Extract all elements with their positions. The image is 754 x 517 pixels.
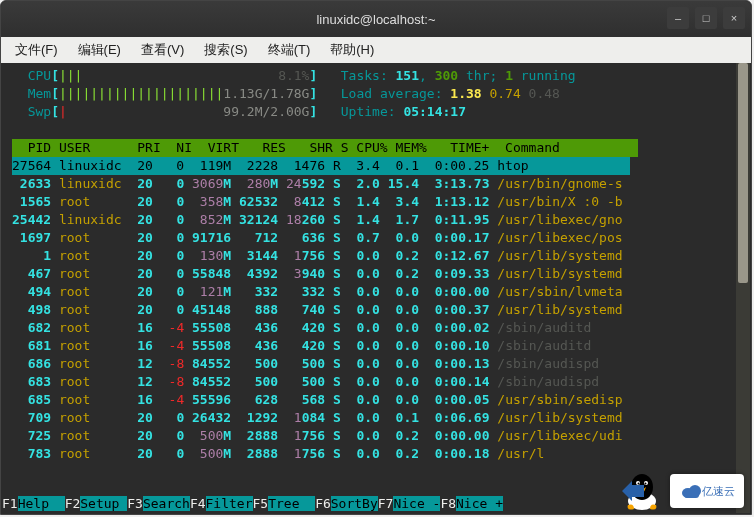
minimize-button[interactable]: –	[667, 7, 689, 29]
close-button[interactable]: ×	[723, 7, 745, 29]
process-row[interactable]: 709 root 20 0 26432 1292 1084 S 0.0 0.1 …	[12, 410, 623, 425]
process-row[interactable]: 467 root 20 0 55848 4392 3940 S 0.0 0.2 …	[12, 266, 623, 281]
process-row[interactable]: 783 root 20 0 500M 2888 1756 S 0.0 0.2 0…	[12, 446, 544, 461]
process-row[interactable]: 682 root 16 -4 55508 436 420 S 0.0 0.0 0…	[12, 320, 591, 335]
menu-help[interactable]: 帮助(H)	[320, 37, 384, 63]
svg-point-5	[645, 483, 647, 485]
process-row[interactable]: 1 root 20 0 130M 3144 1756 S 0.0 0.2 0:1…	[12, 248, 623, 263]
tux-icon	[620, 471, 664, 511]
titlebar: linuxidc@localhost:~ – □ ×	[1, 1, 751, 37]
process-row[interactable]: 2633 linuxidc 20 0 3069M 280M 24592 S 2.…	[12, 176, 623, 191]
process-row[interactable]: 685 root 16 -4 55596 628 568 S 0.0 0.0 0…	[12, 392, 623, 407]
cloud-logo-text: 亿速云	[702, 484, 735, 499]
menu-edit[interactable]: 编辑(E)	[68, 37, 131, 63]
maximize-button[interactable]: □	[695, 7, 717, 29]
process-row[interactable]: 498 root 20 0 45148 888 740 S 0.0 0.0 0:…	[12, 302, 623, 317]
process-row-selected[interactable]: 27564 linuxidc 20 0 119M 2228 1476 R 3.4…	[12, 157, 630, 175]
process-row[interactable]: 1697 root 20 0 91716 712 636 S 0.7 0.0 0…	[12, 230, 623, 245]
process-row[interactable]: 494 root 20 0 121M 332 332 S 0.0 0.0 0:0…	[12, 284, 623, 299]
svg-point-4	[638, 483, 640, 485]
menubar: 文件(F) 编辑(E) 查看(V) 搜索(S) 终端(T) 帮助(H)	[1, 37, 751, 63]
watermark: 亿速云	[620, 471, 744, 511]
svg-rect-8	[684, 492, 699, 498]
process-row[interactable]: 681 root 16 -4 55508 436 420 S 0.0 0.0 0…	[12, 338, 591, 353]
menu-terminal[interactable]: 终端(T)	[258, 37, 321, 63]
cloud-icon	[680, 482, 702, 500]
cloud-logo: 亿速云	[670, 474, 744, 508]
scrollbar-thumb[interactable]	[738, 63, 748, 283]
process-row[interactable]: 25442 linuxidc 20 0 852M 32124 18260 S 1…	[12, 212, 623, 227]
scrollbar-track[interactable]	[736, 63, 750, 513]
terminal-area[interactable]: CPU[||| 8.1%] Tasks: 151, 300 thr; 1 run…	[2, 63, 750, 513]
menu-view[interactable]: 查看(V)	[131, 37, 194, 63]
menu-file[interactable]: 文件(F)	[5, 37, 68, 63]
process-header[interactable]: PID USER PRI NI VIRT RES SHR S CPU% MEM%…	[12, 139, 638, 157]
window-controls: – □ ×	[667, 7, 745, 29]
process-row[interactable]: 725 root 20 0 500M 2888 1756 S 0.0 0.2 0…	[12, 428, 623, 443]
terminal-window: linuxidc@localhost:~ – □ × 文件(F) 编辑(E) 查…	[0, 0, 752, 515]
window-title: linuxidc@localhost:~	[316, 12, 435, 27]
process-row[interactable]: 683 root 12 -8 84552 500 500 S 0.0 0.0 0…	[12, 374, 599, 389]
process-row[interactable]: 1565 root 20 0 358M 62532 8412 S 1.4 3.4…	[12, 194, 623, 209]
menu-search[interactable]: 搜索(S)	[194, 37, 257, 63]
process-row[interactable]: 686 root 12 -8 84552 500 500 S 0.0 0.0 0…	[12, 356, 599, 371]
